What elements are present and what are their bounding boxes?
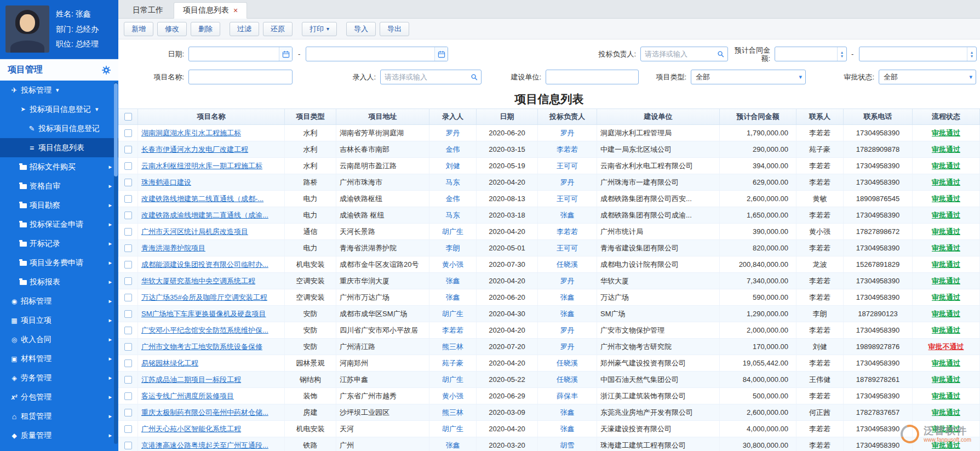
col-header-date[interactable]: 日期 [477,109,538,124]
project-name-link[interactable]: 广安邓小平纪念馆安全防范系统维护保... [141,326,268,335]
project-name-link[interactable]: 江苏成品油二期项目一标段工程 [141,375,241,385]
status-badge[interactable]: 审批通过 [932,441,960,450]
amount-from-field[interactable] [775,47,837,61]
bid-leader-link[interactable]: 胡雪 [560,441,575,450]
project-name-input[interactable] [188,70,293,84]
entry-person-link[interactable]: 张鑫 [446,441,460,450]
row-checkbox[interactable] [124,310,132,318]
status-badge[interactable]: 审批不通过 [929,342,964,352]
bid-leader-link[interactable]: 张鑫 [560,309,575,319]
calendar-icon[interactable] [434,47,448,61]
project-name-field[interactable] [189,70,292,84]
entry-person-link[interactable]: 苑子豪 [442,358,463,368]
table-row[interactable]: 广安邓小平纪念馆安全防范系统维护保... 安防 四川省广安市邓小平故居 李若若 … [118,322,980,339]
toolbar-button[interactable]: 打印 [302,22,337,36]
project-name-link[interactable]: 万达广场35#会所及咖啡厅空调安装工程 [141,293,267,302]
status-badge[interactable]: 审批通过 [932,391,960,401]
project-name-link[interactable]: 广州天心苑小区智能化系统工程 [141,424,241,434]
bid-leader-link[interactable]: 任晓溪 [557,375,578,385]
entry-person-link[interactable]: 胡广生 [442,424,463,434]
sidebar-menu-item[interactable]: 收入合同 [0,330,118,349]
close-tab-icon[interactable]: × [233,7,238,14]
bid-leader-link[interactable]: 王可可 [557,161,578,171]
status-badge[interactable]: 审批通过 [932,145,960,155]
date-from-field[interactable] [189,47,279,61]
project-name-link[interactable]: 京港澳高速公路粤境起关至广州互通段... [141,441,268,450]
sidebar-menu-item[interactable]: 分包管理 [0,387,118,407]
project-name-link[interactable]: 青海洪湖养护院项目 [141,243,205,253]
row-checkbox[interactable] [124,146,132,153]
entry-person-link[interactable]: 李若若 [442,326,463,335]
row-checkbox[interactable] [124,343,132,351]
status-badge[interactable]: 审批通过 [932,293,960,302]
sidebar-menu-item[interactable]: 投标项目信息登记 [0,100,118,119]
sidebar-menu-item[interactable]: 材料管理 [0,349,118,368]
project-name-link[interactable]: 长春市伊通河水力发电厂改建工程 [141,145,248,155]
bid-leader-link[interactable]: 任晓溪 [557,358,578,368]
entry-person-link[interactable]: 胡广生 [442,375,463,385]
sidebar-menu-item[interactable]: 租赁管理 [0,407,118,426]
build-unit-input[interactable] [546,70,639,84]
table-row[interactable]: 广州市天河区统计局机房改造项目 通信 天河长景路 胡广生 2020-04-20 … [118,224,980,240]
row-checkbox[interactable] [124,129,132,137]
project-name-link[interactable]: 广州市天河区统计局机房改造项目 [141,227,248,237]
status-badge[interactable]: 审批通过 [932,227,960,237]
status-badge[interactable]: 审批通过 [932,408,960,418]
row-checkbox[interactable] [124,359,132,367]
bid-leader-link[interactable]: 张鑫 [560,293,575,302]
project-type-select[interactable]: 全部 ▾ [691,70,806,84]
sidebar-menu-item[interactable]: 投标保证金申请 [0,215,118,234]
row-checkbox[interactable] [124,162,132,170]
bid-leader-link[interactable]: 薛保丰 [557,391,578,401]
sidebar-scrollbar-thumb[interactable] [114,83,118,176]
bid-leader-link[interactable]: 张鑫 [560,424,575,434]
sidebar-menu-item[interactable]: 项目业务费申请 [0,253,118,272]
sidebar-menu-item[interactable]: 招标管理 [0,292,118,311]
row-checkbox[interactable] [124,392,132,400]
row-checkbox[interactable] [124,195,132,203]
bid-leader-link[interactable]: 王可可 [557,194,578,204]
sidebar-menu-item[interactable]: 开标记录 [0,234,118,253]
entry-person-link[interactable]: 张鑫 [446,293,460,302]
table-row[interactable]: 成都能源建设集团投资有限公司临时办... 机电安装 成都市金牛区友谊路20号 黄… [118,256,980,273]
bid-leader-input[interactable] [640,47,728,61]
calendar-icon[interactable] [279,47,292,61]
table-row[interactable]: 重庆太极制药有限公司亳州中药材仓储... 房建 沙坪坝工业园区 熊三林 2020… [118,404,980,421]
col-header-flow-status[interactable]: 流程状态 [913,109,980,124]
sidebar-menu-item[interactable]: 投标项目信息登记 [0,119,118,138]
bid-leader-field[interactable] [641,47,714,61]
entry-person-link[interactable]: 马东 [446,178,460,187]
col-header-entry-person[interactable]: 录入人 [429,109,477,124]
bid-leader-link[interactable]: 罗丹 [560,128,575,138]
status-badge[interactable]: 审批通过 [932,260,960,270]
bid-leader-link[interactable]: 罗丹 [560,326,575,335]
table-row[interactable]: 万达广场35#会所及咖啡厅空调安装工程 空调安装 广州市万达广场 张鑫 2020… [118,289,980,306]
table-row[interactable]: 易铭园林绿化工程 园林景观 河南郑州 苑子豪 2020-04-20 任晓溪 郑州… [118,355,980,372]
project-name-link[interactable]: 华软大厦研究基地中央空调系统工程 [141,276,255,286]
table-row[interactable]: 云南水利枢纽澄明水库一期工程施工标 水利 云南昆明市盈江路 刘健 2020-05… [118,158,980,174]
status-badge[interactable]: 审批通过 [932,210,960,220]
entry-person-link[interactable]: 金伟 [446,194,460,204]
project-name-link[interactable]: 改建铁路成渝线增建第二直通线（成渝... [141,210,268,220]
col-header-build-unit[interactable]: 建设单位 [597,109,720,124]
search-icon[interactable] [468,70,481,84]
project-name-link[interactable]: 改建铁路线增建第二线直通线（成都-... [141,194,263,204]
table-row[interactable]: 湖南洞庭湖水库引水工程施工标 水利 湖南省芳草街洞庭湖 罗丹 2020-06-2… [118,125,980,141]
bid-leader-link[interactable]: 罗丹 [560,276,575,286]
bid-leader-link[interactable]: 张鑫 [560,210,575,220]
settings-gear-icon[interactable] [102,66,111,75]
table-row[interactable]: 长春市伊通河水力发电厂改建工程 水利 吉林长春市南部 金伟 2020-03-15… [118,141,980,158]
status-badge[interactable]: 审批通过 [932,243,960,253]
toolbar-button[interactable]: 导出 [380,22,409,36]
entry-person-link[interactable]: 刘健 [446,161,460,171]
sidebar-menu-item[interactable]: 投标管理 [0,81,118,100]
entry-person-link[interactable]: 黄小强 [442,391,463,401]
table-row[interactable]: 珠海鹤港口建设 路桥 广州市珠海市 马东 2020-04-20 罗丹 广州珠海市… [118,174,980,191]
amount-to-field[interactable] [859,47,967,61]
row-checkbox[interactable] [124,327,132,334]
table-row[interactable]: 客运专线广州调度所装修项目 装饰 广东省广州市越秀 黄小强 2020-06-29… [118,388,980,404]
date-to-field[interactable] [306,47,434,61]
row-checkbox[interactable] [124,261,132,269]
row-checkbox[interactable] [124,228,132,236]
col-header-bid-leader[interactable]: 投标负责人 [538,109,597,124]
